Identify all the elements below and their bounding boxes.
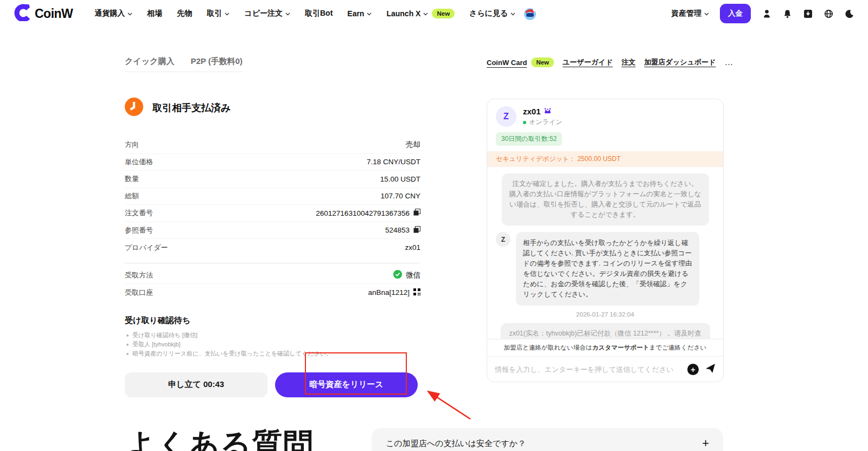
system-message: 注文が確定しました。購入者が支払うまでお待ちください。 購入者の支払い口座情報が… <box>502 173 709 226</box>
merchant-avatar[interactable]: Z <box>496 106 516 127</box>
row-reference-number: 参照番号 524853 <box>125 222 420 240</box>
nav-more[interactable]: さらに見る <box>469 9 515 18</box>
header-actions: 資産管理 入金 <box>671 4 854 23</box>
nav-trading-bot[interactable]: 取引Bot <box>305 9 333 18</box>
copy-icon[interactable] <box>413 226 420 235</box>
waiting-bullet: 受け取り確認待ち [微信] <box>125 331 420 340</box>
order-actions: 申し立て 00:43 暗号資産をリリース <box>125 372 420 397</box>
coinw-logo-text: CoinW <box>35 7 73 21</box>
customer-support-link[interactable]: カスタマーサポート <box>592 344 649 351</box>
link-coinw-card[interactable]: CoinW Card <box>487 59 527 67</box>
clock-icon <box>125 98 143 118</box>
waiting-bullet: 暗号資産のリリース前に、支払いを受け取ったことを確認してください。 <box>125 349 420 358</box>
toolbar-links: CoinW Card New ユーザーガイド 注文 加盟店ダッシュボード … <box>487 57 724 67</box>
attach-plus-icon[interactable]: + <box>687 364 699 375</box>
top-nav-bar: CoinW 通貨購入 相場 先物 取引 コピー注文 取引Bot Earn <box>0 0 868 27</box>
waiting-title: 受け取り確認待ち <box>125 315 420 326</box>
merchant-chat-panel: Z zx01 オンライン 30日間の取引数:52 セキュリティデポジット： <box>487 99 724 382</box>
page-tabs: クイック購入 P2P (手数料0) <box>125 56 242 72</box>
support-note: 加盟店と連絡が取れない場合はカスタマーサポートまでご連絡ください <box>487 339 723 356</box>
faq-expand-icon: + <box>702 439 709 448</box>
merchant-name[interactable]: zx01 <box>523 107 541 116</box>
waiting-bullet: 受取人 [tyhvobkjb] <box>125 340 420 349</box>
send-message-icon[interactable] <box>705 363 716 376</box>
download-app-icon[interactable] <box>803 9 813 18</box>
wechat-icon <box>393 270 402 280</box>
chevron-down-icon <box>367 12 372 16</box>
trades-count-badge: 30日間の取引数:52 <box>496 132 562 146</box>
order-detail-panel: 取引相手支払済み 方向 売却 単位価格 7.18 CNY/USDT 数量 15.… <box>125 98 420 397</box>
order-status-header: 取引相手支払済み <box>125 98 420 118</box>
coinw-logo[interactable]: CoinW <box>14 4 73 23</box>
chat-message-input[interactable] <box>495 365 681 373</box>
chat-header: Z zx01 オンライン 30日間の取引数:52 <box>487 99 723 151</box>
chevron-down-icon <box>510 12 515 16</box>
notifications-bell-icon[interactable] <box>782 9 792 18</box>
row-payment-method: 受取方法 微信 <box>125 267 420 285</box>
link-orders[interactable]: 注文 <box>622 57 636 67</box>
row-order-number: 注文番号 26012716310042791367356 <box>125 205 420 222</box>
row-direction: 方向 売却 <box>125 137 420 154</box>
chat-messages: 注文が確定しました。購入者が支払うまでお待ちください。 購入者の支払い口座情報が… <box>487 167 723 339</box>
link-merchant-dashboard[interactable]: 加盟店ダッシュボード <box>644 57 716 67</box>
nav-earn[interactable]: Earn <box>347 9 372 18</box>
asset-management-menu[interactable]: 資産管理 <box>671 9 709 18</box>
nav-buy-crypto[interactable]: 通貨購入 <box>94 9 132 18</box>
page: CoinW 通貨購入 相場 先物 取引 コピー注文 取引Bot Earn <box>0 0 868 451</box>
chevron-down-icon <box>127 12 132 16</box>
appeal-button[interactable]: 申し立て 00:43 <box>125 372 267 397</box>
payment-rows: 受取方法 微信 受取口座 anBna[1212] <box>125 267 420 301</box>
section-divider <box>125 263 420 263</box>
nav-copy-trading[interactable]: コピー注文 <box>244 9 290 18</box>
new-badge: New <box>432 9 455 18</box>
row-quantity: 数量 15.00 USDT <box>125 171 420 188</box>
deposit-button[interactable]: 入金 <box>720 4 751 23</box>
coinw-card-new-badge: New <box>531 57 554 67</box>
security-deposit-banner: セキュリティデポジット： 2500.00 USDT <box>487 151 723 167</box>
release-crypto-button[interactable]: 暗号資産をリリース <box>275 372 418 397</box>
chevron-down-icon <box>704 12 709 16</box>
order-status-title: 取引相手支払済み <box>152 101 231 114</box>
mascot-icon[interactable] <box>523 7 537 21</box>
chevron-down-icon <box>285 12 290 16</box>
qr-code-icon[interactable] <box>413 288 420 297</box>
row-total: 総額 107.70 CNY <box>125 188 420 205</box>
tab-p2p[interactable]: P2P (手数料0) <box>190 56 242 67</box>
more-options-icon[interactable]: … <box>724 57 733 67</box>
coinw-logo-icon <box>14 4 30 23</box>
nav-futures[interactable]: 先物 <box>177 9 192 18</box>
row-unit-price: 単位価格 7.18 CNY/USDT <box>125 154 420 171</box>
chevron-down-icon <box>225 12 229 16</box>
faq-heading: よくある質問 <box>125 424 314 451</box>
copy-icon[interactable] <box>413 209 420 217</box>
order-detail-rows: 方向 売却 単位価格 7.18 CNY/USDT 数量 15.00 USDT 総… <box>125 137 420 256</box>
nav-markets[interactable]: 相場 <box>147 9 162 18</box>
message-timestamp: 2026-01-27 16:32:04 <box>496 311 714 318</box>
nav-launch-x[interactable]: Launch X New <box>386 9 455 18</box>
waiting-bullet-list: 受け取り確認待ち [微信] 受取人 [tyhvobkjb] 暗号資産のリリース前… <box>125 331 420 358</box>
merchant-message: Z 相手からの支払いを受け取ったかどうかを繰り返し確認してください. 買い手が支… <box>496 232 714 306</box>
chat-input-row: + <box>487 356 723 382</box>
row-provider: プロバイダー zx01 <box>125 239 420 256</box>
profile-icon[interactable] <box>762 9 771 18</box>
waiting-confirmation-section: 受け取り確認待ち 受け取り確認待ち [微信] 受取人 [tyhvobkjb] 暗… <box>125 315 420 358</box>
chevron-down-icon <box>423 12 428 16</box>
language-globe-icon[interactable] <box>824 9 833 18</box>
main-nav: 通貨購入 相場 先物 取引 コピー注文 取引Bot Earn Launch X … <box>94 9 515 18</box>
online-dot <box>523 121 526 124</box>
faq-question: この加盟店への支払いは安全ですか？ <box>386 439 526 449</box>
tab-quick-buy[interactable]: クイック購入 <box>125 56 174 67</box>
system-message-payment: zx01(实名：tyhvobkjb)已标记付款（微信 1212****） 。请及… <box>501 323 710 339</box>
link-user-guide[interactable]: ユーザーガイド <box>563 57 613 67</box>
dark-mode-moon-icon[interactable] <box>844 9 854 18</box>
row-payment-account: 受取口座 anBna[1212] <box>125 284 420 301</box>
merchant-crown-icon <box>544 106 551 116</box>
merchant-online-status: オンライン <box>523 118 562 127</box>
faq-item[interactable]: この加盟店への支払いは安全ですか？ + <box>372 428 723 451</box>
merchant-mini-avatar: Z <box>496 232 510 247</box>
nav-trade[interactable]: 取引 <box>207 9 229 18</box>
